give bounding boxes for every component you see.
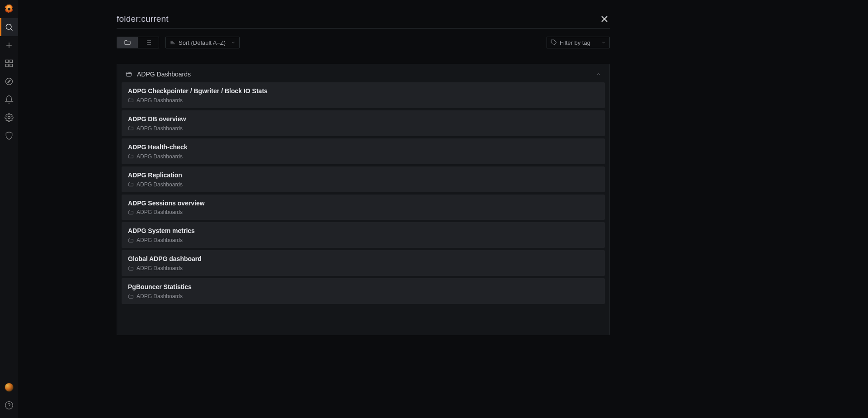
dashboard-item[interactable]: ADPG Checkpointer / Bgwriter / Block IO … xyxy=(122,82,605,108)
search-input[interactable]: folder:current xyxy=(117,14,599,24)
close-button[interactable] xyxy=(599,14,610,24)
folder-icon xyxy=(124,39,131,46)
svg-point-12 xyxy=(5,402,13,409)
view-folder-button[interactable] xyxy=(117,37,138,48)
dashboard-folder-label: ADPG Dashboards xyxy=(137,97,183,104)
svg-rect-8 xyxy=(10,64,13,67)
svg-point-11 xyxy=(8,117,10,119)
filter-tag-select[interactable]: Filter by tag xyxy=(547,37,610,48)
sort-icon xyxy=(170,39,176,46)
list-icon xyxy=(145,39,152,46)
dashboard-folder-label: ADPG Dashboards xyxy=(137,125,183,132)
svg-point-1 xyxy=(6,24,11,29)
avatar xyxy=(5,383,14,392)
close-icon xyxy=(599,14,610,24)
svg-rect-5 xyxy=(6,60,9,63)
dashboard-folder: ADPG Dashboards xyxy=(128,265,599,271)
folder-icon xyxy=(128,125,134,131)
folder-icon xyxy=(128,153,134,159)
nav-server-admin[interactable] xyxy=(0,127,18,145)
dashboard-folder: ADPG Dashboards xyxy=(128,293,599,299)
nav-help[interactable] xyxy=(0,396,18,414)
dashboard-item[interactable]: ADPG Health-checkADPG Dashboards xyxy=(122,138,605,164)
dashboard-title: ADPG DB overview xyxy=(128,115,599,124)
svg-point-0 xyxy=(8,8,10,10)
dashboard-item[interactable]: ADPG DB overviewADPG Dashboards xyxy=(122,110,605,136)
dashboard-title: PgBouncer Statistics xyxy=(128,283,599,291)
dashboard-folder-label: ADPG Dashboards xyxy=(137,209,183,215)
side-nav xyxy=(0,0,18,418)
dashboard-item[interactable]: ADPG System metricsADPG Dashboards xyxy=(122,222,605,248)
nav-explore[interactable] xyxy=(0,72,18,90)
search-overlay: folder:current Sort (Default A–Z) Filter… xyxy=(117,11,610,335)
folder-icon xyxy=(128,181,134,187)
dashboard-title: ADPG Sessions overview xyxy=(128,199,599,208)
grafana-logo[interactable] xyxy=(0,0,18,18)
folder-icon xyxy=(128,209,134,215)
dashboard-item[interactable]: PgBouncer StatisticsADPG Dashboards xyxy=(122,278,605,304)
filter-tag-label: Filter by tag xyxy=(560,39,590,46)
dashboard-folder-label: ADPG Dashboards xyxy=(137,265,183,271)
dashboard-list: ADPG Checkpointer / Bgwriter / Block IO … xyxy=(117,82,609,304)
svg-rect-6 xyxy=(10,60,13,63)
chevron-down-icon xyxy=(601,40,606,45)
dashboard-item[interactable]: ADPG Sessions overviewADPG Dashboards xyxy=(122,195,605,220)
dashboard-folder-label: ADPG Dashboards xyxy=(137,293,183,299)
folder-icon xyxy=(128,238,134,243)
nav-user-avatar[interactable] xyxy=(0,378,18,396)
dashboard-title: ADPG System metrics xyxy=(128,227,599,235)
svg-line-2 xyxy=(11,29,13,31)
results-panel: ADPG Dashboards ADPG Checkpointer / Bgwr… xyxy=(117,64,610,335)
dashboard-item[interactable]: ADPG ReplicationADPG Dashboards xyxy=(122,166,605,192)
dashboard-folder: ADPG Dashboards xyxy=(128,237,599,243)
folder-icon xyxy=(128,266,134,271)
nav-configuration[interactable] xyxy=(0,109,18,127)
dashboard-folder: ADPG Dashboards xyxy=(128,209,599,215)
dashboard-title: ADPG Replication xyxy=(128,171,599,180)
dashboard-title: ADPG Health-check xyxy=(128,143,599,152)
dashboard-folder: ADPG Dashboards xyxy=(128,97,599,104)
dashboard-title: ADPG Checkpointer / Bgwriter / Block IO … xyxy=(128,87,599,95)
chevron-up-icon xyxy=(596,71,601,77)
sort-label: Sort (Default A–Z) xyxy=(179,39,226,46)
dashboard-folder: ADPG Dashboards xyxy=(128,125,599,132)
nav-search[interactable] xyxy=(0,18,18,36)
dashboard-title: Global ADPG dashboard xyxy=(128,255,599,263)
folder-icon xyxy=(128,294,134,299)
nav-create[interactable] xyxy=(0,36,18,54)
dashboard-folder-label: ADPG Dashboards xyxy=(137,237,183,243)
svg-marker-10 xyxy=(8,80,11,83)
folder-icon xyxy=(128,97,134,103)
view-toggle-group xyxy=(117,37,159,48)
nav-dashboards[interactable] xyxy=(0,54,18,72)
dashboard-folder-label: ADPG Dashboards xyxy=(137,153,183,160)
sort-select[interactable]: Sort (Default A–Z) xyxy=(165,37,240,48)
folder-header[interactable]: ADPG Dashboards xyxy=(117,64,609,82)
search-underline xyxy=(117,28,610,28)
view-list-button[interactable] xyxy=(138,37,159,48)
dashboard-folder: ADPG Dashboards xyxy=(128,153,599,160)
dashboard-folder-label: ADPG Dashboards xyxy=(137,181,183,188)
tag-icon xyxy=(551,39,557,46)
folder-name: ADPG Dashboards xyxy=(137,71,191,78)
chevron-down-icon xyxy=(231,40,236,45)
svg-point-9 xyxy=(6,78,13,85)
folder-open-icon xyxy=(125,71,132,78)
dashboard-item[interactable]: Global ADPG dashboardADPG Dashboards xyxy=(122,250,605,276)
svg-rect-7 xyxy=(6,64,9,67)
nav-alerting[interactable] xyxy=(0,90,18,109)
dashboard-folder: ADPG Dashboards xyxy=(128,181,599,188)
